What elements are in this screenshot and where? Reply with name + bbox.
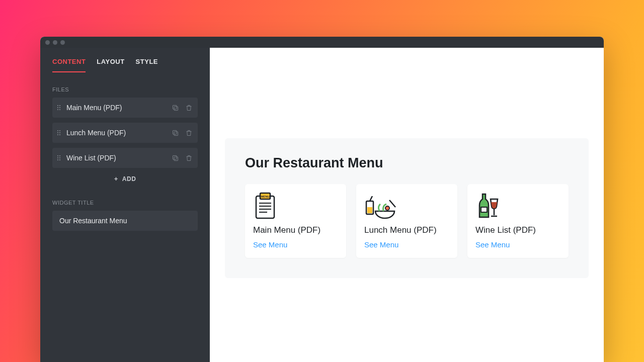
window-titlebar [40,37,604,48]
food-bowl-icon [364,192,449,220]
file-row[interactable]: Wine List (PDF) [52,148,198,168]
menu-card-link[interactable]: See Menu [475,240,560,249]
drag-handle-icon[interactable] [57,105,60,110]
duplicate-icon[interactable] [172,104,179,112]
window-control-zoom[interactable] [60,40,65,45]
duplicate-icon[interactable] [172,129,179,137]
widget-title-section-label: WIDGET TITLE [40,186,210,211]
file-row[interactable]: Main Menu (PDF) [52,98,198,118]
file-list: Main Menu (PDF) Lunch Menu (PDF) [40,98,210,168]
tab-layout[interactable]: LAYOUT [97,58,124,72]
menu-card: MENU Main Menu (PDF) See Menu [245,184,346,258]
menu-card-link[interactable]: See Menu [364,240,449,249]
trash-icon[interactable] [185,104,193,112]
file-name: Wine List (PDF) [66,154,166,162]
svg-line-17 [389,200,395,207]
svg-rect-1 [173,105,177,109]
svg-rect-15 [367,207,372,213]
tab-content[interactable]: CONTENT [52,58,86,72]
drag-handle-icon[interactable] [57,130,60,135]
tab-style[interactable]: STYLE [136,58,158,72]
file-name: Lunch Menu (PDF) [66,129,166,137]
trash-icon[interactable] [185,129,193,137]
menu-card-link[interactable]: See Menu [253,240,338,249]
svg-rect-0 [174,107,178,111]
svg-rect-4 [174,157,178,161]
svg-rect-5 [173,155,177,159]
svg-point-16 [385,206,389,210]
file-row[interactable]: Lunch Menu (PDF) [52,123,198,143]
file-row-actions [172,129,193,137]
file-row-actions [172,154,193,162]
widget-title-input[interactable] [52,211,198,231]
file-row-actions [172,104,193,112]
plus-icon: + [114,175,118,183]
drag-handle-icon[interactable] [57,155,60,160]
widget-preview-title: Our Restaurant Menu [245,155,569,171]
app-window: CONTENT LAYOUT STYLE FILES Main Menu (PD… [40,37,604,362]
add-file-button[interactable]: + ADD [40,168,210,186]
wine-bottle-icon [475,192,560,220]
preview-pane: Our Restaurant Menu MENU [210,48,604,362]
window-control-minimize[interactable] [53,40,57,45]
svg-rect-3 [173,130,177,134]
menu-clipboard-icon: MENU [253,192,338,220]
menu-cards: MENU Main Menu (PDF) See Menu [245,184,569,258]
window-control-close[interactable] [45,40,50,45]
file-name: Main Menu (PDF) [66,104,166,112]
editor-sidebar: CONTENT LAYOUT STYLE FILES Main Menu (PD… [40,48,210,362]
widget-title-input-wrap [40,211,210,231]
files-section-label: FILES [40,72,210,98]
svg-rect-18 [481,207,487,212]
widget-preview: Our Restaurant Menu MENU [225,138,589,278]
svg-text:MENU: MENU [261,195,270,198]
add-label: ADD [122,175,136,183]
menu-card-title: Wine List (PDF) [475,225,560,235]
menu-card: Lunch Menu (PDF) See Menu [356,184,457,258]
duplicate-icon[interactable] [172,154,179,162]
app-body: CONTENT LAYOUT STYLE FILES Main Menu (PD… [40,48,604,362]
trash-icon[interactable] [185,154,193,162]
svg-line-14 [370,196,372,201]
menu-card: Wine List (PDF) See Menu [467,184,569,258]
menu-card-title: Main Menu (PDF) [253,225,338,235]
menu-card-title: Lunch Menu (PDF) [364,225,449,235]
sidebar-tabs: CONTENT LAYOUT STYLE [40,54,210,72]
svg-rect-2 [174,132,178,136]
